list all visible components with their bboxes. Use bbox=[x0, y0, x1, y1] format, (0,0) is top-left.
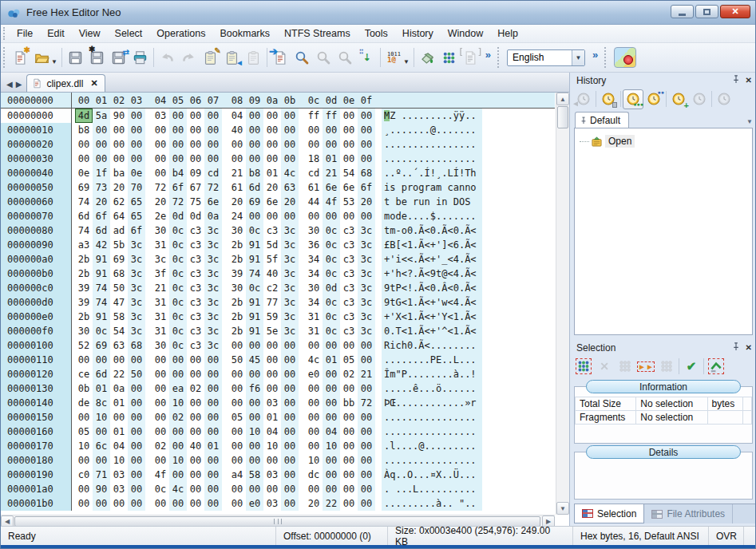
hex-byte-cell[interactable]: 00 bbox=[187, 453, 204, 468]
hex-byte-cell[interactable]: 00 bbox=[340, 410, 358, 425]
hex-byte-cell[interactable]: 02 bbox=[340, 367, 358, 381]
hex-byte-cell[interactable]: 00 bbox=[340, 109, 358, 123]
panel-close-icon[interactable]: ✕ bbox=[746, 343, 752, 352]
hex-byte-cell[interactable]: 0c bbox=[169, 252, 187, 267]
hex-byte-cell[interactable]: 00 bbox=[246, 482, 263, 496]
hex-byte-cell[interactable]: 00 bbox=[263, 353, 281, 367]
menu-history[interactable]: History bbox=[395, 26, 441, 41]
hex-byte-cell[interactable]: c3 bbox=[340, 310, 358, 324]
history-back-button[interactable]: ◄ bbox=[573, 89, 594, 109]
ascii-cell[interactable]: .....ê...ö...... bbox=[382, 381, 482, 396]
toolbar-grip[interactable] bbox=[3, 27, 6, 39]
hex-byte-cell[interactable]: 39 bbox=[75, 281, 93, 295]
ascii-cell[interactable]: £B[<1.Ã<+']<6.Ã< bbox=[382, 238, 482, 252]
hex-byte-cell[interactable]: 30 bbox=[228, 281, 246, 295]
hex-byte-cell[interactable]: 00 bbox=[152, 396, 169, 410]
hex-byte-cell[interactable]: 62 bbox=[110, 195, 128, 209]
hex-byte-cell[interactable]: 6d bbox=[93, 367, 110, 381]
history-export-button[interactable] bbox=[689, 89, 710, 109]
hex-byte-cell[interactable]: 00 bbox=[169, 353, 187, 367]
hex-byte-cell[interactable]: c2 bbox=[263, 281, 281, 295]
hex-byte-cell[interactable]: 42 bbox=[93, 238, 110, 252]
hex-byte-cell[interactable]: 00 bbox=[110, 353, 128, 367]
hex-byte-cell[interactable]: 00 bbox=[152, 123, 169, 137]
hex-byte-cell[interactable]: 74 bbox=[75, 195, 93, 209]
hex-byte-cell[interactable]: 3c bbox=[281, 310, 299, 324]
hex-byte-cell[interactable]: 00 bbox=[305, 137, 323, 152]
hex-byte-cell[interactable]: 00 bbox=[169, 496, 187, 511]
hex-byte-cell[interactable]: 04 bbox=[323, 425, 340, 439]
ascii-cell[interactable]: ÞŒ............»r bbox=[382, 396, 482, 410]
hex-byte-cell[interactable]: 00 bbox=[281, 482, 299, 496]
menu-window[interactable]: Window bbox=[441, 26, 490, 41]
hex-byte-cell[interactable]: 2e bbox=[152, 209, 169, 223]
hex-byte-cell[interactable]: 00 bbox=[281, 338, 299, 353]
hex-byte-cell[interactable]: 6c bbox=[93, 439, 110, 453]
hex-byte-cell[interactable]: 0c bbox=[323, 295, 340, 310]
hex-byte-cell[interactable]: 3c bbox=[358, 281, 375, 295]
hex-byte-cell[interactable]: 21 bbox=[228, 166, 246, 180]
hex-byte-cell[interactable]: 34 bbox=[305, 267, 323, 281]
hex-byte-cell[interactable]: 65 bbox=[128, 195, 145, 209]
menu-operations[interactable]: Operations bbox=[149, 26, 212, 41]
hex-byte-cell[interactable]: 00 bbox=[228, 381, 246, 396]
hex-byte-cell[interactable]: 20 bbox=[305, 496, 323, 511]
hex-byte-cell[interactable]: 58 bbox=[246, 468, 263, 482]
hex-byte-cell[interactable]: b4 bbox=[169, 166, 187, 180]
hex-byte-cell[interactable]: 02 bbox=[169, 410, 187, 425]
hex-byte-cell[interactable]: 00 bbox=[246, 109, 263, 123]
close-button[interactable]: ✕ bbox=[720, 5, 750, 18]
hex-byte-cell[interactable]: 91 bbox=[93, 252, 110, 267]
tab-scroll-left-icon[interactable]: ◀ bbox=[5, 80, 14, 89]
hex-byte-cell[interactable]: 3c bbox=[281, 295, 299, 310]
select-pattern-button[interactable] bbox=[615, 357, 635, 377]
hex-byte-cell[interactable]: 00 bbox=[323, 209, 340, 223]
hex-byte-cell[interactable]: 0c bbox=[169, 310, 187, 324]
hex-byte-cell[interactable]: 91 bbox=[93, 267, 110, 281]
select-dots-button[interactable] bbox=[656, 357, 677, 377]
hex-byte-cell[interactable]: 00 bbox=[281, 496, 299, 511]
pin-icon[interactable] bbox=[732, 75, 740, 86]
hex-byte-cell[interactable]: 31 bbox=[152, 324, 169, 338]
hex-byte-cell[interactable]: 00 bbox=[93, 496, 110, 511]
history-clear-button[interactable] bbox=[598, 89, 619, 109]
hex-byte-cell[interactable]: 20 bbox=[93, 195, 110, 209]
hex-byte-cell[interactable]: 10 bbox=[75, 439, 93, 453]
hex-byte-cell[interactable]: 00 bbox=[246, 367, 263, 381]
hex-byte-cell[interactable]: cd bbox=[204, 166, 222, 180]
hex-byte-cell[interactable]: 00 bbox=[204, 396, 222, 410]
hex-byte-cell[interactable]: 00 bbox=[152, 496, 169, 511]
hex-byte-cell[interactable]: 3c bbox=[281, 267, 299, 281]
hex-byte-cell[interactable]: 5a bbox=[93, 109, 110, 123]
hex-byte-cell[interactable]: 3c bbox=[358, 252, 375, 267]
hex-byte-cell[interactable]: 09 bbox=[187, 166, 204, 180]
hex-byte-cell[interactable]: 22 bbox=[323, 496, 340, 511]
toolbar-grip[interactable] bbox=[497, 47, 501, 67]
copy-button[interactable] bbox=[243, 46, 264, 69]
hex-byte-cell[interactable]: 00 bbox=[358, 381, 375, 396]
hex-byte-cell[interactable]: 00 bbox=[187, 152, 204, 166]
hex-byte-cell[interactable]: bb bbox=[340, 396, 358, 410]
find-previous-button[interactable] bbox=[334, 46, 356, 69]
hex-byte-cell[interactable]: 31 bbox=[152, 238, 169, 252]
hex-byte-cell[interactable]: b8 bbox=[75, 123, 93, 137]
hex-byte-cell[interactable]: 30 bbox=[305, 223, 323, 238]
hex-byte-cell[interactable]: 00 bbox=[204, 453, 222, 468]
hex-byte-cell[interactable]: 40 bbox=[187, 439, 204, 453]
hex-byte-cell[interactable]: c3 bbox=[263, 223, 281, 238]
hex-byte-cell[interactable]: 00 bbox=[204, 137, 222, 152]
hex-byte-cell[interactable]: 91 bbox=[246, 295, 263, 310]
hex-byte-cell[interactable]: 00 bbox=[110, 137, 128, 152]
hex-byte-cell[interactable]: 40 bbox=[263, 267, 281, 281]
hex-byte-cell[interactable]: 3c bbox=[128, 238, 145, 252]
hex-byte-cell[interactable]: 00 bbox=[246, 152, 263, 166]
hex-byte-cell[interactable]: 3c bbox=[281, 238, 299, 252]
hex-byte-cell[interactable]: 00 bbox=[263, 152, 281, 166]
hex-byte-cell[interactable]: 00 bbox=[169, 439, 187, 453]
hex-byte-cell[interactable]: 2b bbox=[228, 252, 246, 267]
hex-byte-cell[interactable]: 3c bbox=[128, 324, 145, 338]
hex-byte-cell[interactable]: 63 bbox=[110, 338, 128, 353]
hex-byte-cell[interactable]: 00 bbox=[246, 338, 263, 353]
menu-file[interactable]: File bbox=[10, 26, 40, 41]
history-view-button[interactable]: ●●● bbox=[623, 89, 643, 109]
